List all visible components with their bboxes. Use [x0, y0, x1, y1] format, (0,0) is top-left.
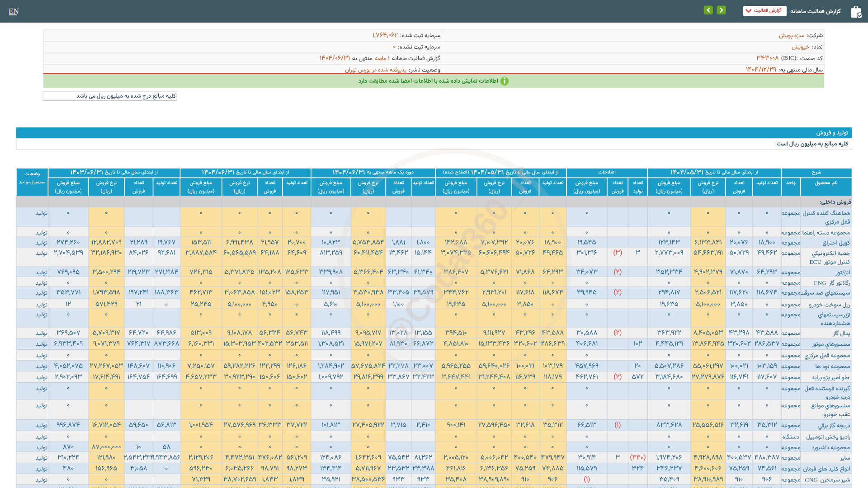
svg-text:EN: EN [9, 7, 19, 15]
